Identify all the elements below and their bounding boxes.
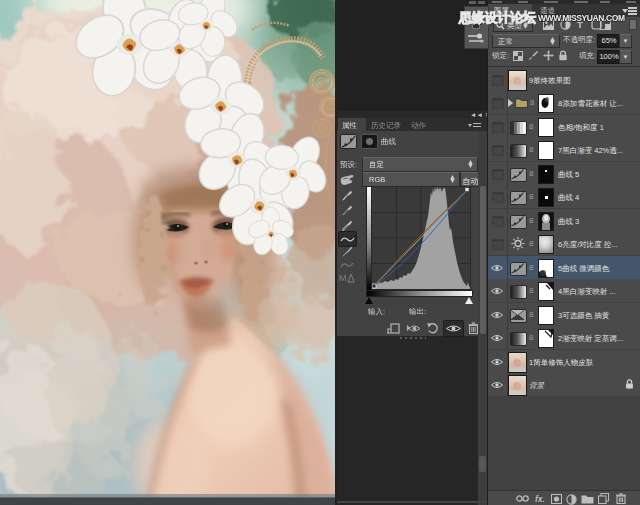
svg-text:M: M [339,273,347,283]
